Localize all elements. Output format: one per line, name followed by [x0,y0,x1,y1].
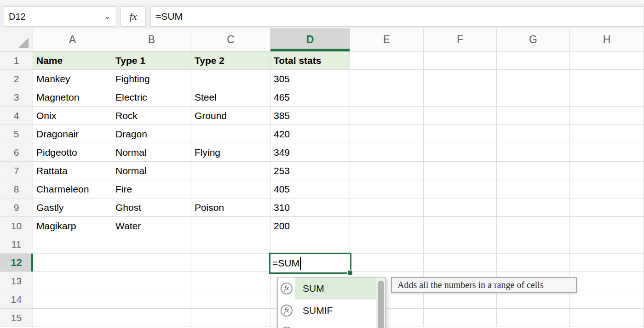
cell-D1[interactable]: Total stats [270,51,350,70]
cell-G3[interactable] [497,88,570,107]
cell-F8[interactable] [424,180,497,198]
cell-G10[interactable] [497,217,570,235]
cell-H6[interactable] [570,143,644,162]
cell-B6[interactable]: Normal [112,143,191,162]
cell-A6[interactable]: Pidgeotto [33,143,112,162]
row-header-1[interactable]: 1 [0,51,33,70]
fill-handle[interactable] [347,270,353,276]
cell-A7[interactable]: Rattata [33,162,112,180]
cell-A14[interactable] [33,290,112,309]
cell-A11[interactable] [33,235,112,254]
cell-A2[interactable]: Mankey [33,70,112,88]
column-header-B[interactable]: B [112,28,191,51]
row-header-12[interactable]: 12 [0,254,33,272]
cell-F2[interactable] [424,70,497,88]
cell-H10[interactable] [570,217,644,235]
cell-E12[interactable] [350,254,424,272]
row-header-6[interactable]: 6 [0,143,33,162]
cell-C6[interactable]: Flying [191,143,270,162]
cell-B13[interactable] [112,272,191,290]
cell-H14[interactable] [570,290,644,309]
cell-G9[interactable] [497,198,570,217]
cell-H13[interactable] [570,272,644,290]
row-header-15[interactable]: 15 [0,309,33,327]
cell-G1[interactable] [497,51,570,70]
cell-F4[interactable] [424,107,497,125]
cell-G7[interactable] [497,162,570,180]
cell-C5[interactable] [191,125,270,143]
cell-E6[interactable] [350,143,424,162]
cell-E4[interactable] [350,107,424,125]
cell-E11[interactable] [350,235,424,254]
autocomplete-item-SUMIF[interactable]: fxSUMIF [278,300,376,322]
column-header-H[interactable]: H [570,28,644,51]
cell-B14[interactable] [112,290,191,309]
cell-G14[interactable] [497,290,570,309]
cell-E1[interactable] [350,51,424,70]
cell-G5[interactable] [497,125,570,143]
cell-F7[interactable] [424,162,497,180]
cell-F6[interactable] [424,143,497,162]
cell-C10[interactable] [191,217,270,235]
cell-B5[interactable]: Dragon [112,125,191,143]
column-header-G[interactable]: G [497,28,570,51]
row-header-10[interactable]: 10 [0,217,33,235]
cell-C15[interactable] [191,309,270,327]
cell-B4[interactable]: Rock [112,107,191,125]
name-box[interactable]: D12 ⌄ [4,6,116,27]
cell-B11[interactable] [112,235,191,254]
cell-A13[interactable] [33,272,112,290]
formula-bar-input[interactable]: =SUM [150,6,644,27]
cell-G6[interactable] [497,143,570,162]
cell-A9[interactable]: Gastly [33,198,112,217]
cell-F9[interactable] [424,198,497,217]
cell-C1[interactable]: Type 2 [191,51,270,70]
cell-G11[interactable] [497,235,570,254]
column-header-F[interactable]: F [424,28,497,51]
cell-H1[interactable] [570,51,644,70]
cell-B9[interactable]: Ghost [112,198,191,217]
row-header-7[interactable]: 7 [0,162,33,180]
cell-A10[interactable]: Magikarp [33,217,112,235]
cell-H8[interactable] [570,180,644,198]
column-header-D[interactable]: D [270,28,350,51]
cell-C12[interactable] [191,254,270,272]
cell-B7[interactable]: Normal [112,162,191,180]
cell-F3[interactable] [424,88,497,107]
row-header-5[interactable]: 5 [0,125,33,143]
cell-H7[interactable] [570,162,644,180]
cell-D11[interactable] [270,235,350,254]
cell-F1[interactable] [424,51,497,70]
cell-D5[interactable]: 420 [270,125,350,143]
autocomplete-item-SUMIFS[interactable]: fxSUMIFS [278,322,376,328]
cell-G4[interactable] [497,107,570,125]
cell-C8[interactable] [191,180,270,198]
cell-C3[interactable]: Steel [191,88,270,107]
cell-E5[interactable] [350,125,424,143]
row-header-14[interactable]: 14 [0,290,33,309]
cell-E7[interactable] [350,162,424,180]
cell-D9[interactable]: 310 [270,198,350,217]
cell-C14[interactable] [191,290,270,309]
row-header-8[interactable]: 8 [0,180,33,198]
cell-H15[interactable] [570,309,644,327]
column-header-C[interactable]: C [191,28,270,51]
cell-B15[interactable] [112,309,191,327]
cell-E10[interactable] [350,217,424,235]
cell-B1[interactable]: Type 1 [112,51,191,70]
cell-F11[interactable] [424,235,497,254]
column-header-A[interactable]: A [33,28,112,51]
cell-C11[interactable] [191,235,270,254]
cell-H11[interactable] [570,235,644,254]
row-header-2[interactable]: 2 [0,70,33,88]
cell-C7[interactable] [191,162,270,180]
cell-E8[interactable] [350,180,424,198]
select-all-corner[interactable] [0,28,33,51]
active-cell-editor[interactable]: =SUM [269,253,351,274]
cell-H2[interactable] [570,70,644,88]
cell-G8[interactable] [497,180,570,198]
cell-D6[interactable]: 349 [270,143,350,162]
cell-G15[interactable] [497,309,570,327]
cell-D10[interactable]: 200 [270,217,350,235]
cell-B12[interactable] [112,254,191,272]
